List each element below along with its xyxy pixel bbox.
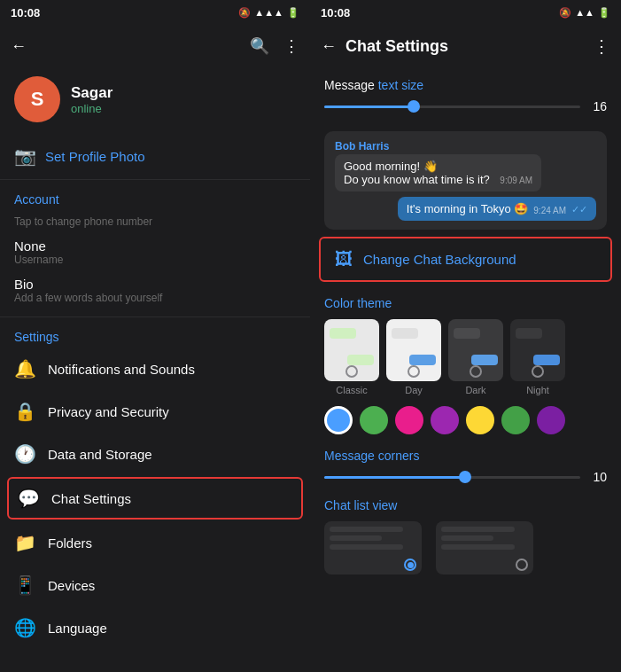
sidebar-item-language[interactable]: 🌐 Language bbox=[0, 606, 310, 649]
sidebar-item-folders[interactable]: 📁 Folders bbox=[0, 521, 310, 564]
accent-blue[interactable] bbox=[324, 406, 353, 434]
right-more-icon[interactable]: ⋮ bbox=[593, 35, 610, 57]
theme-night[interactable]: Night bbox=[510, 319, 565, 395]
accent-colors bbox=[310, 401, 621, 443]
color-theme-title: Color theme bbox=[324, 296, 607, 310]
classic-msg-out bbox=[347, 355, 374, 365]
theme-day[interactable]: Day bbox=[386, 319, 441, 395]
more-icon[interactable]: ⋮ bbox=[283, 36, 299, 56]
classic-preview bbox=[324, 319, 379, 381]
corners-label: Message corners bbox=[324, 449, 607, 463]
accent-purple[interactable] bbox=[431, 406, 459, 434]
corners-slider-row: 10 bbox=[324, 470, 607, 484]
phone-tap-hint: Tap to change phone number bbox=[14, 215, 296, 228]
sidebar-item-chat-settings[interactable]: 💬 Chat Settings bbox=[7, 477, 303, 520]
accent-green[interactable] bbox=[360, 406, 388, 434]
theme-dark[interactable]: Dark bbox=[448, 319, 503, 395]
accent-pink[interactable] bbox=[395, 406, 423, 434]
classic-label: Classic bbox=[336, 385, 367, 395]
chat-settings-label: Chat Settings bbox=[51, 491, 131, 506]
chat-icon: 💬 bbox=[18, 488, 39, 509]
account-section-label: Account bbox=[0, 184, 310, 210]
set-profile-photo-button[interactable]: 📷 Set Profile Photo bbox=[0, 137, 310, 176]
privacy-label: Privacy and Security bbox=[48, 404, 169, 419]
color-theme-section: Color theme Classic Da bbox=[310, 287, 621, 401]
day-msg-out bbox=[409, 355, 436, 365]
profile-info: Sagar online bbox=[71, 84, 113, 115]
notifications-label: Notifications and Sounds bbox=[48, 362, 195, 377]
message-sender: Bob Harris bbox=[335, 140, 596, 152]
outgoing-time: 9:24 AM bbox=[533, 206, 566, 215]
left-top-bar-left: ← bbox=[11, 37, 27, 56]
message-corners-section: Message corners 10 bbox=[310, 443, 621, 493]
classic-radio bbox=[345, 365, 358, 378]
theme-classic[interactable]: Classic bbox=[324, 319, 379, 395]
mute-icon: 🔕 bbox=[238, 7, 251, 19]
right-back-button[interactable]: ← bbox=[321, 37, 337, 56]
right-status-icons: 🔕 ▲▲ 🔋 bbox=[559, 7, 610, 19]
chat-preview: Bob Harris Good morning! 👋 Do you know w… bbox=[324, 131, 607, 230]
left-status-icons: 🔕 ▲▲▲ 🔋 bbox=[238, 7, 299, 19]
right-status-bar: 10:08 🔕 ▲▲ 🔋 bbox=[310, 0, 621, 25]
accent-violet[interactable] bbox=[537, 406, 565, 434]
bio-row[interactable]: Bio Add a few words about yourself bbox=[0, 271, 310, 313]
chat-list-view-label: Chat list view bbox=[324, 498, 607, 512]
camera-icon: 📷 bbox=[14, 145, 36, 167]
devices-label: Devices bbox=[48, 578, 95, 593]
username-row[interactable]: None Username bbox=[0, 233, 310, 271]
sidebar-item-privacy[interactable]: 🔒 Privacy and Security bbox=[0, 390, 310, 433]
avatar: S bbox=[14, 76, 60, 122]
profile-section: S Sagar online bbox=[0, 67, 310, 137]
text-size-slider-thumb[interactable] bbox=[408, 100, 420, 113]
night-msg-out bbox=[533, 355, 560, 365]
chat-list-options bbox=[324, 521, 607, 574]
chat-list-option-2[interactable] bbox=[436, 521, 533, 574]
set-photo-label: Set Profile Photo bbox=[45, 149, 145, 164]
left-top-bar: ← 🔍 ⋮ bbox=[0, 25, 310, 67]
r-battery-icon: 🔋 bbox=[598, 7, 610, 19]
folder-icon: 📁 bbox=[14, 532, 35, 553]
chat-list-radio-1 bbox=[404, 559, 416, 571]
chat-list-radio-2 bbox=[516, 559, 528, 571]
right-top-bar: ← Chat Settings ⋮ bbox=[310, 25, 621, 67]
right-top-bar-left: ← Chat Settings bbox=[321, 37, 448, 56]
search-icon[interactable]: 🔍 bbox=[250, 36, 269, 56]
profile-status: online bbox=[71, 102, 113, 115]
corners-slider-thumb[interactable] bbox=[459, 471, 471, 483]
day-radio bbox=[408, 365, 420, 378]
left-back-button[interactable]: ← bbox=[11, 37, 27, 56]
clock-icon: 🕐 bbox=[14, 443, 35, 465]
text-size-highlight: text size bbox=[378, 78, 423, 92]
language-label: Language bbox=[48, 621, 107, 636]
change-chat-background-button[interactable]: 🖼 Change Chat Background bbox=[319, 237, 612, 282]
accent-yellow[interactable] bbox=[466, 406, 494, 434]
corners-slider-track[interactable] bbox=[324, 476, 580, 479]
sidebar-item-devices[interactable]: 📱 Devices bbox=[0, 564, 310, 606]
dark-label: Dark bbox=[465, 385, 485, 395]
chat-list-preview-1 bbox=[324, 521, 422, 574]
phone-row[interactable]: Tap to change phone number bbox=[0, 210, 310, 233]
outgoing-message: It's morning in Tokyo 🤩 9:24 AM ✓✓ bbox=[335, 197, 596, 221]
chat-list-option-1[interactable] bbox=[324, 521, 422, 574]
accent-green2[interactable] bbox=[501, 406, 530, 434]
sidebar-item-notifications[interactable]: 🔔 Notifications and Sounds bbox=[0, 348, 310, 390]
day-preview bbox=[386, 319, 441, 381]
sidebar-item-data[interactable]: 🕐 Data and Storage bbox=[0, 433, 310, 475]
left-status-bar: 10:08 🔕 ▲▲▲ 🔋 bbox=[0, 0, 310, 25]
data-label: Data and Storage bbox=[48, 447, 152, 462]
divider-1 bbox=[0, 179, 310, 180]
left-panel: 10:08 🔕 ▲▲▲ 🔋 ← 🔍 ⋮ S Sagar online 📷 Set… bbox=[0, 0, 310, 672]
dark-msg-out bbox=[471, 355, 498, 365]
night-preview bbox=[510, 319, 565, 381]
text-size-slider-track[interactable] bbox=[324, 105, 580, 108]
device-icon: 📱 bbox=[14, 574, 35, 596]
corners-slider-fill bbox=[324, 476, 465, 479]
profile-name: Sagar bbox=[71, 84, 113, 102]
username-value: None bbox=[14, 238, 296, 254]
text-size-label: Message text size bbox=[324, 78, 607, 92]
night-msg-in bbox=[516, 328, 542, 339]
right-status-time: 10:08 bbox=[321, 6, 350, 20]
dark-msg-in bbox=[454, 328, 480, 339]
text-size-slider-fill bbox=[324, 105, 414, 108]
wallpaper-icon: 🖼 bbox=[335, 249, 353, 270]
